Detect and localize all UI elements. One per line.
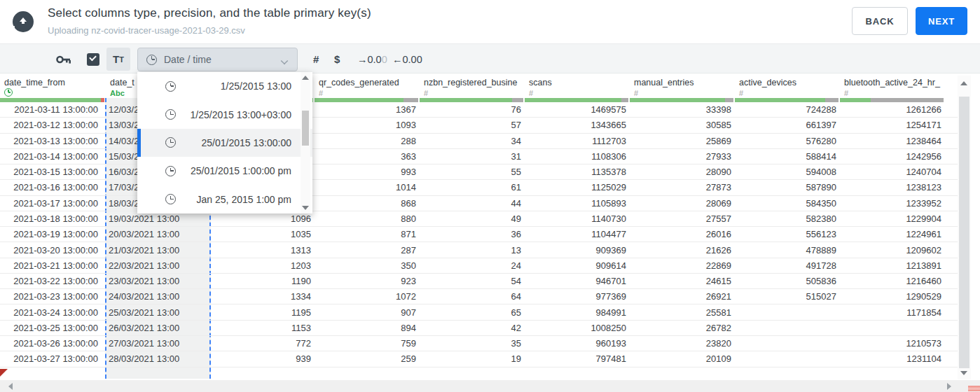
table-cell: 1210573 — [840, 336, 945, 351]
dropdown-scroll-thumb[interactable] — [302, 111, 309, 146]
dropdown-item-selected[interactable]: 25/01/2015 13:00:00 — [137, 129, 312, 157]
column-label: nzbn_registered_busine — [424, 78, 517, 88]
table-cell: 478889 — [735, 242, 840, 257]
table-cell: 23820 — [630, 336, 735, 351]
table-cell — [735, 351, 840, 366]
dropdown-scroll-up-icon[interactable] — [302, 76, 309, 80]
clock-icon — [165, 166, 176, 176]
dropdown-item[interactable]: 1/25/2015 13:00 — [137, 72, 312, 100]
table-cell: 1261266 — [840, 102, 945, 117]
table-cell: 894 — [315, 321, 420, 335]
column-header-active_devices[interactable]: active_devices# — [735, 74, 840, 98]
table-cell: 1096 — [210, 211, 315, 226]
table-cell: 1209602 — [840, 242, 945, 257]
table-row: 2021-03-23 13:00:0024/03/2021 13:0013341… — [0, 289, 958, 304]
dropdown-scroll-down-icon[interactable] — [302, 206, 309, 210]
nullable-checkbox[interactable] — [87, 44, 99, 74]
table-cell: 259 — [315, 351, 420, 366]
table-cell: 28/03/2021 13:00 — [106, 351, 210, 366]
text-type-label: T — [113, 53, 119, 65]
column-header-qr_codes_generated[interactable]: qr_codes_generated# — [315, 74, 420, 98]
table-cell: 1242956 — [840, 149, 945, 164]
dropdown-item[interactable]: 1/25/2015 13:00+03:00 — [137, 100, 312, 128]
table-cell — [840, 321, 945, 335]
table-cell: 2021-03-23 13:00:00 — [0, 289, 106, 304]
dropdown-scrollbar[interactable] — [301, 72, 310, 214]
column-label: active_devices — [739, 78, 796, 88]
table-cell: 724288 — [735, 102, 840, 117]
column-header-bluetooth_active_24_hr_[interactable]: bluetooth_active_24_hr_# — [840, 74, 945, 98]
clock-icon — [165, 137, 176, 148]
table-cell: 19/03/2021 13:00 — [106, 211, 210, 226]
table-cell: 1093 — [315, 118, 420, 132]
table-cell: 1367 — [315, 102, 420, 117]
datetime-type-icon — [4, 88, 13, 97]
hash-icon: # — [313, 53, 319, 65]
next-button[interactable]: NEXT — [916, 7, 967, 35]
table-cell: 363 — [315, 149, 420, 164]
arrow-right-icon: → — [357, 54, 368, 65]
table-cell: 2021-03-26 13:00:00 — [0, 336, 106, 351]
horizontal-scrollbar[interactable] — [0, 380, 980, 392]
vertical-scrollbar[interactable] — [958, 76, 971, 379]
number-type-button[interactable]: # — [313, 44, 319, 74]
table-cell: 24 — [420, 258, 525, 273]
column-header-manual_entries[interactable]: manual_entries# — [630, 74, 735, 98]
table-cell: 26782 — [630, 321, 735, 335]
table-cell: 25/03/2021 13:00 — [106, 304, 210, 319]
scroll-down-icon[interactable] — [960, 371, 967, 375]
currency-type-button[interactable]: $ — [334, 44, 340, 74]
text-type-button[interactable]: TT — [106, 48, 130, 71]
dollar-icon: $ — [334, 53, 340, 65]
table-cell: 2021-03-11 13:00:00 — [0, 102, 106, 117]
column-header-nzbn_registered_busine[interactable]: nzbn_registered_busine# — [420, 74, 525, 98]
scroll-left-icon[interactable] — [8, 383, 13, 390]
scroll-up-icon[interactable] — [960, 81, 967, 85]
upload-icon — [13, 11, 34, 32]
table-cell: 1213891 — [840, 258, 945, 273]
dropdown-item[interactable]: Jan 25, 2015 1:00 pm — [137, 186, 312, 214]
horizontal-scroll-thumb[interactable] — [968, 386, 980, 391]
table-cell: 1104477 — [525, 227, 630, 241]
table-cell: 350 — [315, 258, 420, 273]
csv-import-window: Select columns type, precision, and the … — [0, 0, 980, 392]
text-type-label: Abc — [110, 89, 125, 97]
clock-icon — [146, 55, 157, 65]
table-cell: 25869 — [630, 134, 735, 148]
table-row: 2021-03-18 13:00:0019/03/2021 13:0010968… — [0, 211, 958, 227]
vertical-scroll-thumb[interactable] — [959, 97, 969, 368]
increase-decimal-button[interactable]: →0.00 — [357, 44, 387, 74]
table-cell: 1238464 — [840, 134, 945, 148]
table-cell: 923 — [315, 274, 420, 288]
column-header-date_time_from[interactable]: date_time_from — [0, 74, 106, 98]
chevron-down-icon — [281, 57, 287, 63]
column-label: date_t — [110, 78, 134, 88]
table-cell: 960193 — [525, 336, 630, 351]
dropdown-item[interactable]: 25/01/2015 1:00:00 pm — [137, 157, 312, 185]
table-cell: 26921 — [630, 289, 735, 304]
table-cell: 977369 — [525, 289, 630, 304]
number-type-label: # — [424, 89, 428, 97]
table-cell: 491728 — [735, 258, 840, 273]
decrease-decimal-button[interactable]: ←0.00 — [392, 44, 422, 74]
table-cell: 49 — [420, 211, 525, 226]
table-cell: 1108306 — [525, 149, 630, 164]
table-cell: 27933 — [630, 149, 735, 164]
table-cell: 984991 — [525, 304, 630, 319]
table-cell: 44 — [420, 196, 525, 211]
column-header-scans[interactable]: scans# — [525, 74, 630, 98]
top-header-bar: Select columns type, precision, and the … — [0, 0, 980, 43]
type-format-dropdown: 1/25/2015 13:001/25/2015 13:00+03:0025/0… — [137, 72, 312, 214]
table-cell: 28090 — [630, 164, 735, 179]
scroll-right-icon[interactable] — [947, 383, 951, 390]
table-cell: 31 — [420, 149, 525, 164]
number-type-label: # — [739, 89, 743, 97]
table-cell: 1153 — [210, 321, 315, 335]
back-button[interactable]: BACK — [852, 7, 908, 35]
dropdown-item-label: 25/01/2015 1:00:00 pm — [191, 165, 291, 176]
table-cell: 1240704 — [840, 164, 945, 179]
primary-key-icon[interactable] — [56, 44, 71, 74]
column-type-select[interactable]: Date / time — [137, 48, 298, 71]
table-cell: 993 — [315, 164, 420, 179]
arrow-left-icon: ← — [392, 54, 403, 65]
